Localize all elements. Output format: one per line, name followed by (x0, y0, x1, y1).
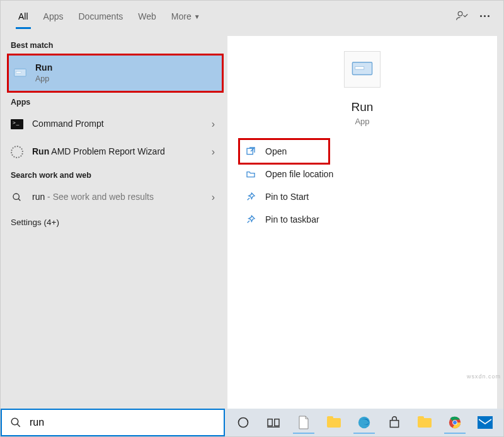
pin-icon (245, 191, 256, 202)
tab-apps[interactable]: Apps (36, 3, 71, 29)
result-web-run[interactable]: run - See work and web results › (1, 184, 227, 211)
taskbar-file-explorer[interactable] (319, 411, 348, 434)
action-list: Open Open file location Pin to Start (240, 140, 484, 231)
result-title: Command Prompt (32, 118, 200, 130)
svg-line-9 (248, 221, 249, 223)
result-title: run - See work and web results (32, 191, 200, 203)
svg-point-0 (458, 11, 462, 16)
action-label: Pin to Start (265, 192, 309, 202)
watermark: wsxdn.com (467, 373, 501, 380)
chevron-right-icon[interactable]: › (208, 146, 219, 158)
cmd-icon (9, 117, 25, 132)
svg-rect-2 (16, 71, 21, 73)
action-label: Pin to taskbar (265, 214, 319, 224)
chevron-right-icon[interactable]: › (208, 119, 219, 130)
svg-rect-6 (355, 67, 364, 69)
action-label: Open (265, 146, 287, 156)
result-amd-wizard[interactable]: Run AMD Problem Report Wizard › (1, 138, 227, 166)
svg-rect-17 (390, 421, 398, 428)
folder-open-icon (245, 168, 256, 180)
action-open[interactable]: Open (240, 140, 328, 163)
tab-web[interactable]: Web (130, 3, 164, 29)
feedback-icon[interactable] (453, 7, 471, 25)
taskbar-app-1[interactable] (289, 411, 318, 434)
search-icon (9, 190, 25, 205)
chevron-right-icon[interactable]: › (208, 192, 219, 203)
svg-rect-21 (478, 416, 493, 429)
pin-icon (245, 214, 256, 225)
apps-header: Apps (1, 93, 227, 110)
start-search-window: All Apps Documents Web More▼ Best match … (0, 0, 504, 437)
tab-strip: All Apps Documents Web More▼ (1, 1, 503, 31)
svg-point-12 (239, 418, 248, 428)
action-open-file-location[interactable]: Open file location (240, 163, 484, 185)
action-label: Open file location (265, 169, 333, 179)
result-run-app[interactable]: Run App (7, 54, 224, 93)
preview-app-icon (344, 51, 381, 88)
taskbar-edge[interactable] (350, 411, 379, 434)
taskbar-cortana[interactable] (229, 411, 258, 434)
bottom-bar (1, 409, 503, 436)
svg-line-8 (248, 198, 249, 200)
svg-point-20 (453, 421, 457, 424)
result-title: Run (35, 62, 215, 74)
result-title: Run AMD Problem Report Wizard (32, 146, 200, 158)
svg-rect-13 (268, 419, 272, 426)
content-area: Best match Run App Apps Command Prompt ›… (1, 31, 503, 409)
settings-results-link[interactable]: Settings (4+) (1, 211, 227, 233)
action-pin-to-taskbar[interactable]: Pin to taskbar (240, 208, 484, 231)
taskbar-store[interactable] (380, 411, 409, 434)
svg-point-10 (11, 418, 18, 425)
taskbar-folder-2[interactable] (410, 411, 439, 434)
preview-subtitle: App (240, 117, 484, 126)
more-options-icon[interactable] (476, 7, 493, 25)
search-input[interactable] (30, 410, 224, 435)
svg-rect-14 (275, 419, 279, 426)
search-icon (2, 417, 30, 428)
taskbar (225, 409, 503, 436)
svg-rect-7 (247, 148, 253, 154)
tab-documents[interactable]: Documents (71, 3, 130, 29)
action-pin-to-start[interactable]: Pin to Start (240, 185, 484, 208)
svg-line-4 (18, 199, 20, 201)
tab-more[interactable]: More▼ (164, 3, 208, 29)
search-box[interactable] (1, 409, 225, 436)
svg-point-16 (358, 417, 370, 428)
search-web-header: Search work and web (1, 166, 227, 184)
tab-all[interactable]: All (11, 3, 36, 29)
run-app-icon (13, 66, 28, 81)
preview-pane: Run App Open Open file location (227, 36, 497, 409)
result-subtitle: App (35, 74, 215, 84)
taskbar-mail[interactable] (471, 411, 500, 434)
best-match-header: Best match (1, 36, 227, 54)
amd-icon (9, 144, 25, 160)
svg-line-11 (17, 424, 20, 427)
result-command-prompt[interactable]: Command Prompt › (1, 110, 227, 138)
results-pane: Best match Run App Apps Command Prompt ›… (1, 31, 227, 409)
taskbar-task-view[interactable] (259, 411, 288, 434)
svg-point-3 (13, 194, 19, 199)
open-icon (245, 146, 256, 157)
taskbar-chrome[interactable] (440, 411, 469, 434)
preview-title: Run (240, 100, 484, 114)
